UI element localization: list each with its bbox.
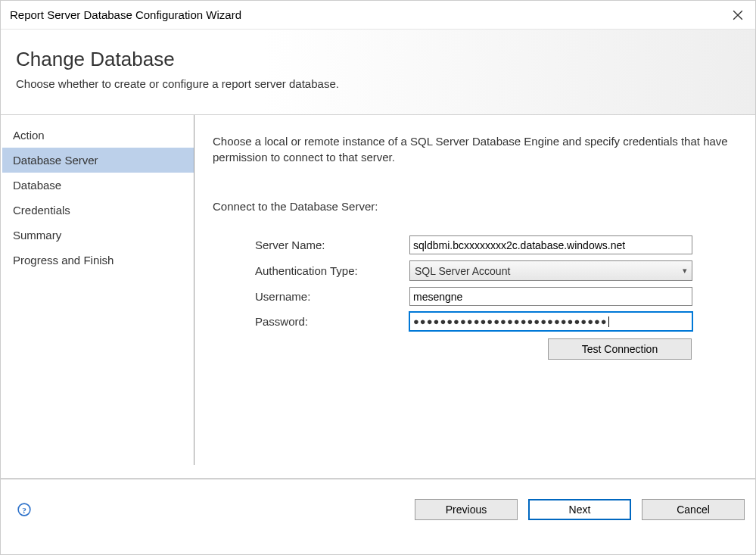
sidebar-item-label: Credentials <box>13 204 70 217</box>
test-connection-button[interactable]: Test Connection <box>548 338 692 360</box>
row-auth-type: Authentication Type: SQL Server Account … <box>213 260 749 281</box>
sidebar-item-action[interactable]: Action <box>2 123 194 148</box>
sidebar-item-database[interactable]: Database <box>2 173 194 198</box>
auth-type-select[interactable]: SQL Server Account ▾ <box>409 260 692 281</box>
row-password: Password: ●●●●●●●●●●●●●●●●●●●●●●●●●●●●● <box>213 312 749 331</box>
sidebar-item-database-server[interactable]: Database Server <box>2 148 194 173</box>
body-area: Action Database Server Database Credenti… <box>1 115 755 479</box>
next-button[interactable]: Next <box>528 499 631 520</box>
instruction-text: Choose a local or remote instance of a S… <box>213 133 749 165</box>
help-button[interactable]: ? <box>17 503 31 516</box>
footer-bar: ? Previous Next Cancel <box>1 479 755 532</box>
close-icon <box>733 10 743 20</box>
svg-text:?: ? <box>22 505 26 514</box>
sidebar-item-credentials[interactable]: Credentials <box>2 198 194 223</box>
sidebar-item-label: Summary <box>13 229 61 242</box>
row-server-name: Server Name: <box>213 235 749 254</box>
wizard-steps-sidebar: Action Database Server Database Credenti… <box>2 115 194 465</box>
page-title: Change Database <box>16 48 740 71</box>
content-pane: Choose a local or remote instance of a S… <box>194 115 755 479</box>
sidebar-item-progress-finish[interactable]: Progress and Finish <box>2 248 194 273</box>
password-masked-value: ●●●●●●●●●●●●●●●●●●●●●●●●●●●●● <box>413 316 608 327</box>
sidebar-item-label: Progress and Finish <box>13 254 114 267</box>
cancel-button[interactable]: Cancel <box>642 499 745 520</box>
test-connection-row: Test Connection <box>213 338 749 360</box>
previous-button[interactable]: Previous <box>415 499 518 520</box>
server-name-label: Server Name: <box>213 239 409 251</box>
titlebar: Report Server Database Configuration Wiz… <box>1 1 755 30</box>
row-username: Username: <box>213 287 749 306</box>
server-name-input[interactable] <box>409 235 692 254</box>
close-button[interactable] <box>720 1 755 30</box>
help-icon: ? <box>17 503 31 516</box>
sidebar-item-label: Database <box>13 179 61 192</box>
auth-type-value: SQL Server Account <box>415 265 510 277</box>
sidebar-item-summary[interactable]: Summary <box>2 223 194 248</box>
section-label: Connect to the Database Server: <box>213 200 749 213</box>
username-input[interactable] <box>409 287 692 306</box>
chevron-down-icon: ▾ <box>683 266 687 276</box>
text-caret <box>608 316 609 327</box>
password-input[interactable]: ●●●●●●●●●●●●●●●●●●●●●●●●●●●●● <box>409 312 692 331</box>
password-label: Password: <box>213 315 409 328</box>
header-band: Change Database Choose whether to create… <box>1 30 755 115</box>
username-label: Username: <box>213 290 409 303</box>
sidebar-item-label: Database Server <box>13 154 98 167</box>
auth-type-label: Authentication Type: <box>213 264 409 277</box>
footer-buttons: Previous Next Cancel <box>415 499 745 520</box>
window-title: Report Server Database Configuration Wiz… <box>10 8 241 21</box>
page-subtitle: Choose whether to create or configure a … <box>16 77 740 90</box>
sidebar-item-label: Action <box>13 129 45 142</box>
